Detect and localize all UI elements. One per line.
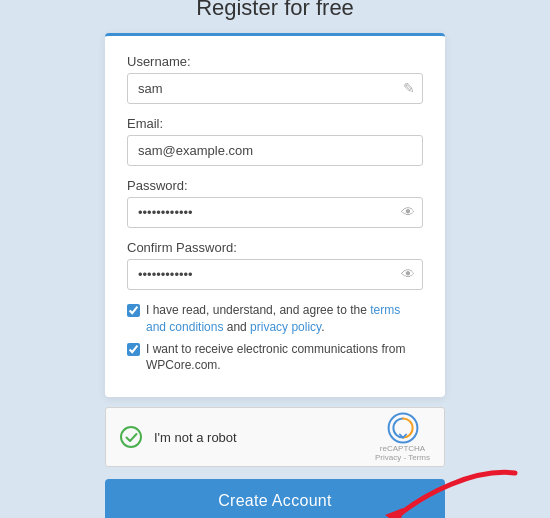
page-title: Register for free	[196, 0, 354, 21]
communications-checkbox-row: I want to receive electronic communicati…	[127, 341, 423, 375]
password-label: Password:	[127, 178, 423, 193]
terms-checkbox[interactable]	[127, 304, 140, 317]
password-field-group: Password: 👁	[127, 178, 423, 228]
register-form-card: Username: ✎ Email: Password: 👁 Confirm P…	[105, 33, 445, 397]
username-input[interactable]	[127, 73, 423, 104]
email-field-group: Email:	[127, 116, 423, 166]
communications-checkbox[interactable]	[127, 343, 140, 356]
privacy-link[interactable]: privacy policy	[250, 320, 321, 334]
username-field-group: Username: ✎	[127, 54, 423, 104]
password-input[interactable]	[127, 197, 423, 228]
recaptcha-label: I'm not a robot	[154, 430, 375, 445]
recaptcha-brand-text: reCAPTCHA	[380, 444, 425, 454]
recaptcha-logo-icon	[387, 412, 419, 444]
confirm-password-field-group: Confirm Password: 👁	[127, 240, 423, 290]
confirm-password-input[interactable]	[127, 259, 423, 290]
email-input-wrapper	[127, 135, 423, 166]
user-icon: ✎	[403, 80, 415, 96]
confirm-password-input-wrapper: 👁	[127, 259, 423, 290]
email-label: Email:	[127, 116, 423, 131]
password-input-wrapper: 👁	[127, 197, 423, 228]
recaptcha-check-icon	[120, 426, 142, 448]
username-input-wrapper: ✎	[127, 73, 423, 104]
recaptcha-box[interactable]: I'm not a robot reCAPTCHA Privacy - Term…	[105, 407, 445, 467]
eye-confirm-icon[interactable]: 👁	[401, 266, 415, 282]
checkmark-icon	[125, 431, 138, 444]
create-account-button[interactable]: Create Account	[105, 479, 445, 518]
recaptcha-privacy-terms: Privacy - Terms	[375, 453, 430, 463]
eye-icon[interactable]: 👁	[401, 204, 415, 220]
email-input[interactable]	[127, 135, 423, 166]
username-label: Username:	[127, 54, 423, 69]
terms-text: I have read, understand, and agree to th…	[146, 302, 423, 336]
confirm-password-label: Confirm Password:	[127, 240, 423, 255]
recaptcha-logo-area: reCAPTCHA Privacy - Terms	[375, 412, 430, 463]
communications-text: I want to receive electronic communicati…	[146, 341, 423, 375]
checkbox-area: I have read, understand, and agree to th…	[127, 302, 423, 374]
terms-checkbox-row: I have read, understand, and agree to th…	[127, 302, 423, 336]
